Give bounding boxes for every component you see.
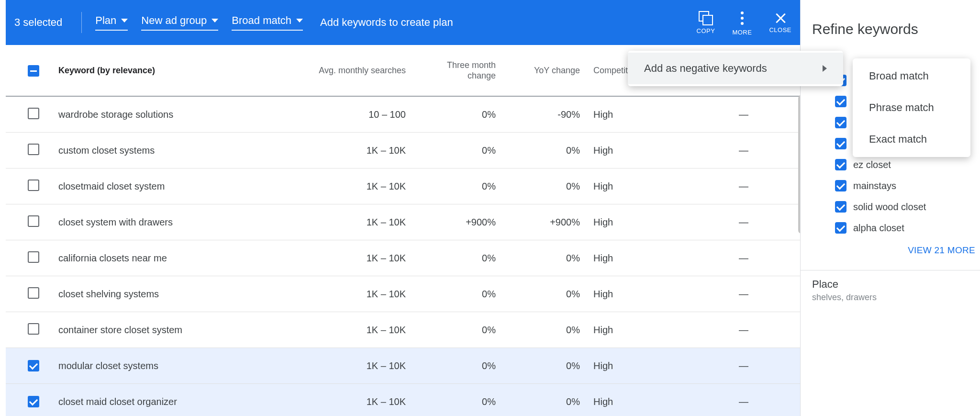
col-avg-searches[interactable]: Avg. monthly searches [274,66,412,76]
cell-competition: High [587,325,672,336]
match-exact-item[interactable]: Exact match [853,124,970,155]
cell-bid: — [672,360,755,371]
copy-button[interactable]: COPY [697,11,715,34]
row-checkbox[interactable] [28,251,39,263]
copy-label: COPY [697,27,715,34]
match-phrase-item[interactable]: Phrase match [853,92,970,124]
close-button[interactable]: CLOSE [769,12,791,34]
select-all-checkbox[interactable] [28,65,39,77]
col-yoy[interactable]: YoY change [502,66,587,76]
separator [81,12,82,33]
cell-three-month: 0% [412,325,502,336]
cell-avg: 1K – 10K [274,217,412,228]
table-row[interactable]: wardrobe storage solutions10 – 1000%-90%… [6,97,800,133]
selected-count: 3 selected [14,16,68,29]
place-subtitle: shelves, drawers [812,292,969,303]
brand-checkbox[interactable] [835,117,846,128]
brand-item[interactable]: solid wood closet [801,196,980,217]
more-button[interactable]: MORE [732,10,752,36]
chevron-down-icon [296,19,303,22]
table-row[interactable]: closet shelving systems1K – 10K0%0%High— [6,276,800,312]
close-label: CLOSE [769,26,791,34]
brand-checkbox[interactable] [835,201,846,213]
cell-competition: High [587,289,672,300]
row-checkbox[interactable] [28,144,39,155]
chevron-right-icon [823,65,827,72]
row-checkbox[interactable] [28,396,39,407]
copy-icon [699,11,713,25]
cell-three-month: 0% [412,181,502,192]
cell-yoy: 0% [502,145,587,156]
cell-yoy: 0% [502,396,587,407]
cell-keyword: closetmaid closet system [52,181,274,192]
match-broad-item[interactable]: Broad match [853,60,970,92]
brand-label: solid wood closet [853,202,926,213]
cell-keyword: container store closet system [52,325,274,336]
cell-competition: High [587,396,672,407]
cell-yoy: 0% [502,360,587,371]
col-three-month[interactable]: Three month change [412,60,502,81]
table-body: wardrobe storage solutions10 – 1000%-90%… [6,97,800,416]
adgroup-label: New ad group [141,14,207,27]
cell-bid: — [672,396,755,407]
col-three-month-label: Three month change [447,60,496,81]
brand-checkbox[interactable] [835,159,846,170]
table-row[interactable]: container store closet system1K – 10K0%0… [6,312,800,348]
row-checkbox[interactable] [28,108,39,119]
keyword-table: Keyword (by relevance) Avg. monthly sear… [6,45,800,416]
cell-three-month: 0% [412,289,502,300]
plan-dropdown[interactable]: Plan [95,14,128,31]
cell-three-month: 0% [412,396,502,407]
cell-avg: 10 – 100 [274,109,412,120]
brand-item[interactable]: alpha closet [801,217,980,238]
cell-keyword: california closets near me [52,253,274,264]
cell-competition: High [587,360,672,371]
cell-yoy: +900% [502,217,587,228]
cell-keyword: wardrobe storage solutions [52,109,274,120]
place-group[interactable]: Place shelves, drawers [801,270,980,310]
adgroup-dropdown[interactable]: New ad group [141,14,218,31]
cell-bid: — [672,109,755,120]
refine-title: Refine keywords [801,21,980,49]
cell-yoy: 0% [502,325,587,336]
brand-checkbox[interactable] [835,138,846,149]
selection-toolbar: 3 selected Plan New ad group Broad match… [6,0,800,45]
cell-bid: — [672,181,755,192]
cell-bid: — [672,253,755,264]
cell-bid: — [672,325,755,336]
match-dropdown[interactable]: Broad match [232,14,303,31]
cell-avg: 1K – 10K [274,253,412,264]
chevron-down-icon [121,19,128,22]
more-menu: Add as negative keywords [628,51,843,86]
row-checkbox[interactable] [28,180,39,191]
row-checkbox[interactable] [28,323,39,335]
table-row[interactable]: closetmaid closet system1K – 10K0%0%High… [6,169,800,204]
match-label: Broad match [232,14,291,27]
row-checkbox[interactable] [28,360,39,371]
table-row[interactable]: custom closet systems1K – 10K0%0%High— [6,133,800,169]
brand-item[interactable]: mainstays [801,175,980,196]
brand-label: mainstays [853,180,896,191]
toolbar-hint: Add keywords to create plan [320,16,453,29]
brand-checkbox[interactable] [835,96,846,107]
brand-checkbox[interactable] [835,222,846,234]
cell-bid: — [672,289,755,300]
cell-competition: High [587,109,672,120]
row-checkbox[interactable] [28,287,39,299]
plan-label: Plan [95,14,116,27]
match-type-submenu: Broad match Phrase match Exact match [853,58,970,157]
table-row[interactable]: closet maid closet organizer1K – 10K0%0%… [6,384,800,416]
col-keyword[interactable]: Keyword (by relevance) [52,66,274,76]
cell-three-month: 0% [412,360,502,371]
cell-competition: High [587,253,672,264]
table-row[interactable]: california closets near me1K – 10K0%0%Hi… [6,240,800,276]
add-negative-keywords-item[interactable]: Add as negative keywords [628,53,843,84]
row-checkbox[interactable] [28,215,39,227]
table-row[interactable]: closet system with drawers1K – 10K+900%+… [6,204,800,240]
toolbar-actions: COPY MORE CLOSE [697,0,791,45]
cell-keyword: closet system with drawers [52,217,274,228]
view-more-link[interactable]: VIEW 21 MORE [801,238,980,265]
brand-checkbox[interactable] [835,180,846,191]
table-row[interactable]: modular closet systems1K – 10K0%0%High— [6,348,800,384]
brand-item[interactable]: ez closet [801,154,980,175]
